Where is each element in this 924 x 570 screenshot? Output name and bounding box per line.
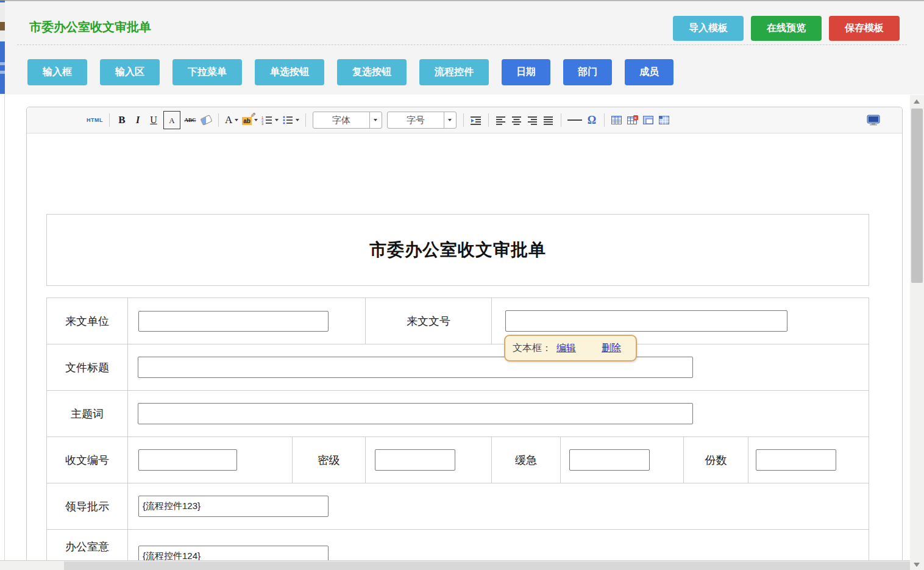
vertical-scrollbar-thumb[interactable] [911,109,923,283]
input-cell [128,483,869,529]
underline-icon[interactable]: U [147,112,160,129]
scroll-up-arrow-icon[interactable] [914,99,920,104]
format-block-icon[interactable]: A [163,111,180,129]
add-member-button[interactable]: 成员 [625,59,673,85]
font-size-select[interactable]: 字号 [387,112,457,129]
align-left-icon[interactable] [495,112,507,129]
editor-toolbar: HTML B I U A ABC A ab✎ 1 2 3 [27,107,902,134]
urgency-input[interactable] [569,449,650,471]
strikethrough-icon[interactable]: ABC [184,112,196,129]
label-cell: 份数 [684,437,748,483]
vertical-scrollbar[interactable] [910,95,924,570]
add-radio-button[interactable]: 单选按钮 [255,59,324,85]
security-level-input[interactable] [375,449,455,471]
copies-input[interactable] [756,449,836,471]
delete-table-icon[interactable]: × [627,112,639,129]
highlight-color-icon[interactable]: ab✎ [242,112,258,129]
combo-arrow-button[interactable] [369,112,382,128]
combo-arrow-button[interactable] [444,112,456,128]
html-source-icon[interactable]: HTML [87,112,103,129]
horizontal-scrollbar-thumb[interactable] [64,561,910,570]
input-cell [128,298,366,344]
table-row: 领导批示 [47,483,869,530]
control-tooltip: 文本框： 编辑 删除 [504,335,637,362]
receipt-number-input[interactable] [138,449,237,471]
font-color-icon[interactable]: A [225,112,238,129]
subject-words-input[interactable] [138,403,693,424]
ordered-list-icon[interactable]: 1 2 3 [261,112,279,129]
align-right-icon[interactable] [527,112,539,129]
toolbar-separator [218,113,219,127]
label-cell: 领导批示 [47,483,128,529]
dropdown-caret-icon [448,119,452,121]
align-center-icon[interactable] [511,112,523,129]
table-row: 主题词 [47,391,869,437]
import-template-button[interactable]: 导入模板 [673,16,744,41]
label-cell: 来文文号 [366,298,492,344]
dropdown-caret-icon [275,119,279,121]
dropdown-caret-icon [235,119,238,121]
toolbar-separator [561,113,561,127]
special-character-icon[interactable]: Ω [586,112,598,129]
editor-content[interactable]: 市委办公室收文审批单 来文单位 来文文号 文件标题 [27,134,902,570]
remove-format-eraser-icon[interactable] [200,112,212,129]
svg-text:×: × [634,116,637,120]
form-title-box: 市委办公室收文审批单 [46,214,869,286]
leader-instruction-input[interactable] [138,496,329,517]
table-properties-icon[interactable] [642,112,655,129]
table-row: 文件标题 [47,344,869,391]
toolbar-separator [488,113,489,127]
background-window-edge-blue [0,41,5,94]
insert-table-icon[interactable] [611,112,623,129]
unordered-list-icon[interactable] [282,112,299,129]
source-unit-input[interactable] [138,311,329,332]
scroll-down-arrow-icon[interactable] [914,563,920,567]
form-table: 来文单位 来文文号 文件标题 主题词 [46,297,869,570]
add-input-box-button[interactable]: 输入框 [27,59,87,85]
label-cell: 缓急 [492,437,561,483]
cell-properties-icon[interactable] [658,112,670,129]
table-row: 收文编号 密级 缓急 份数 [47,437,869,483]
preview-online-button[interactable]: 在线预览 [751,16,822,41]
input-cell [128,344,869,390]
field-button-row: 输入框 输入区 下拉菜单 单选按钮 复选按钮 流程控件 日期 部门 成员 [27,59,673,85]
editor-panel: HTML B I U A ABC A ab✎ 1 2 3 [26,107,903,570]
input-cell [128,391,869,436]
add-textarea-button[interactable]: 输入区 [100,59,160,85]
edit-link[interactable]: 编辑 [556,342,576,355]
horizontal-rule-icon[interactable] [567,112,582,129]
background-window-edge [0,0,5,570]
label-cell: 主题词 [47,391,128,436]
add-flow-control-button[interactable]: 流程控件 [419,59,489,85]
dropdown-caret-icon [374,119,377,121]
delete-link[interactable]: 删除 [602,342,621,355]
page-title: 市委办公室收文审批单 [29,19,151,35]
fullscreen-icon[interactable] [867,112,880,129]
add-dropdown-button[interactable]: 下拉菜单 [172,59,242,85]
svg-text:3: 3 [261,122,264,125]
header-actions: 导入模板 在线预览 保存模板 [673,16,900,41]
add-date-button[interactable]: 日期 [502,59,550,85]
horizontal-scrollbar[interactable] [0,560,910,570]
window-top-edge [0,0,924,1]
indent-icon[interactable] [470,112,482,129]
italic-icon[interactable]: I [132,112,144,129]
pencil-icon: ✎ [249,112,257,118]
page-header: 市委办公室收文审批单 导入模板 在线预览 保存模板 输入框 输入区 下拉菜单 单… [5,1,924,94]
source-doc-number-input[interactable] [505,310,787,332]
align-justify-icon[interactable] [542,112,555,129]
toolbar-separator [604,113,605,127]
toolbar-separator [305,113,306,127]
add-department-button[interactable]: 部门 [563,59,612,85]
bold-icon[interactable]: B [116,112,128,129]
toolbar-separator [109,113,110,127]
font-family-select[interactable]: 字体 [313,112,382,129]
save-template-button[interactable]: 保存模板 [829,16,900,41]
label-cell: 文件标题 [47,344,128,390]
label-cell: 密级 [293,437,366,483]
dropdown-caret-icon [296,119,299,121]
form-title: 市委办公室收文审批单 [369,238,546,262]
add-checkbox-button[interactable]: 复选按钮 [337,59,407,85]
header-divider [17,45,907,45]
input-cell [561,437,684,483]
